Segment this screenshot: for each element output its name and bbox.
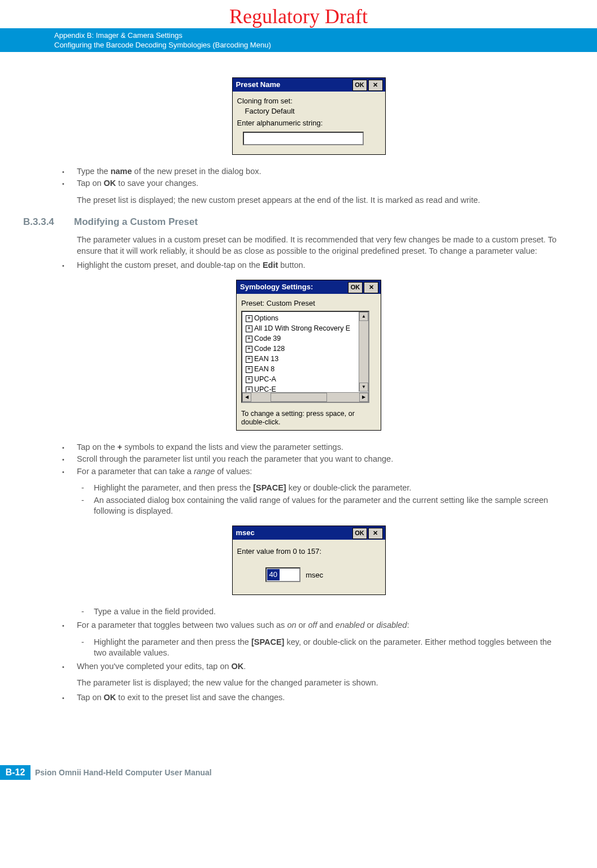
paragraph: The preset list is displayed; the new cu… [77, 195, 563, 206]
ok-button[interactable]: OK [352, 80, 367, 91]
regulatory-draft-banner: Regulatory Draft [0, 0, 597, 28]
list-item: For a parameter that toggles between two… [77, 620, 563, 631]
close-button[interactable]: ✕ [368, 80, 383, 91]
screenshot-msec-dialog: msec OK ✕ Enter value from 0 to 157: 40 … [232, 526, 386, 596]
paragraph: The parameter list is displayed; the new… [77, 678, 563, 689]
cloning-from-label: Cloning from set: [237, 96, 381, 106]
ok-button[interactable]: OK [352, 528, 367, 539]
dialog-title: msec [236, 528, 255, 538]
enter-value-prompt: Enter value from 0 to 157: [237, 546, 381, 557]
section-title: Modifying a Custom Preset [74, 216, 198, 227]
enter-string-label: Enter alphanumeric string: [237, 118, 381, 128]
value-input[interactable]: 40 [265, 567, 300, 582]
vertical-scrollbar[interactable] [359, 312, 368, 392]
list-item: Tap on OK to save your changes. [77, 178, 563, 189]
list-item: Type the name of the new preset in the d… [77, 166, 563, 177]
page-footer: B-12 Psion Omnii Hand-Held Computer User… [0, 765, 597, 788]
screenshot-symbology-settings-dialog: Symbology Settings: OK ✕ Preset: Custom … [236, 280, 381, 431]
list-item: Tap on OK to exit to the preset list and… [77, 692, 563, 704]
section-number: B.3.3.4 [23, 216, 74, 229]
footer-text: Psion Omnii Hand-Held Computer User Manu… [35, 765, 212, 780]
unit-label: msec [306, 571, 323, 579]
dialog-title-bar: msec OK ✕ [233, 526, 385, 540]
dialog-title-bar: Preset Name OK ✕ [233, 78, 385, 92]
section-heading: B.3.3.4Modifying a Custom Preset [54, 216, 563, 229]
list-item: Highlight the custom preset, and double-… [77, 260, 563, 271]
page-number: B-12 [0, 765, 30, 780]
list-item: Tap on the + symbols to expand the lists… [77, 442, 563, 453]
list-item: An associated dialog box containing the … [94, 495, 563, 517]
ok-button[interactable]: OK [348, 282, 363, 293]
horizontal-scrollbar[interactable] [242, 392, 368, 402]
preset-label: Preset: Custom Preset [241, 298, 376, 309]
screenshot-preset-name-dialog: Preset Name OK ✕ Cloning from set: Facto… [232, 77, 386, 155]
page-header-bar: Appendix B: Imager & Camera Settings Con… [0, 28, 597, 52]
dialog-title: Symbology Settings: [240, 282, 313, 292]
header-line-1: Appendix B: Imager & Camera Settings [54, 31, 597, 40]
page-content: Preset Name OK ✕ Cloning from set: Facto… [0, 52, 597, 726]
list-item: For a parameter that can take a range of… [77, 466, 563, 478]
close-button[interactable]: ✕ [368, 528, 383, 539]
dialog-title: Preset Name [236, 80, 281, 90]
list-item: When you've completed your edits, tap on… [77, 661, 563, 672]
list-item: Highlight the parameter and then press t… [94, 637, 563, 659]
tree-view[interactable]: +Options +All 1D With Strong Recovery E … [241, 311, 369, 403]
header-line-2: Configuring the Barcode Decoding Symbolo… [54, 40, 597, 50]
tree-hint: To change a setting: press space, or dou… [241, 410, 376, 427]
dialog-title-bar: Symbology Settings: OK ✕ [237, 280, 381, 294]
paragraph: The parameter values in a custom preset … [77, 235, 563, 257]
cloning-from-value: Factory Default [237, 106, 381, 116]
list-item: Scroll through the parameter list until … [77, 454, 563, 465]
preset-name-input[interactable] [243, 132, 364, 145]
list-item: Type a value in the field provided. [94, 606, 563, 618]
close-button[interactable]: ✕ [364, 282, 378, 293]
list-item: Highlight the parameter, and then press … [94, 483, 563, 494]
